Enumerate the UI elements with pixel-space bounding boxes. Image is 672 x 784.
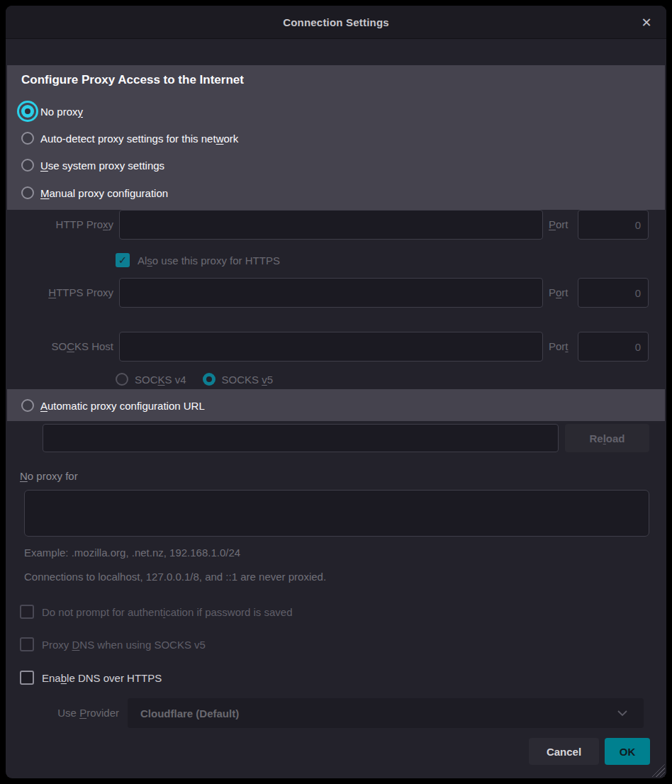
radio-row-manual-proxy[interactable]: Manual proxy configuration	[21, 184, 168, 201]
label-accesskey: x	[103, 218, 108, 230]
radio-autodetect[interactable]	[21, 132, 34, 145]
ok-button[interactable]: OK	[605, 738, 650, 765]
label-post: o proxy for	[28, 470, 78, 482]
http-proxy-label: HTTP Proxy	[20, 210, 113, 240]
label-post: ort	[556, 218, 569, 230]
also-https-label: Also use this proxy for HTTPS	[138, 254, 280, 267]
label-post: y	[108, 218, 114, 230]
label-accesskey: P	[549, 218, 556, 230]
label-accesskey: A	[40, 400, 47, 412]
option-row-proxy-dns[interactable]: Proxy DNS when using SOCKS v5	[20, 637, 206, 652]
socks-host-row: SOCKS Host Port	[6, 332, 666, 362]
label-pre: Ena	[42, 672, 61, 684]
no-proxy-example-text: Example: .mozilla.org, .net.nz, 192.168.…	[24, 547, 240, 559]
cancel-button[interactable]: Cancel	[529, 738, 599, 765]
label-accesskey: s	[147, 254, 152, 267]
label-post: ork	[223, 133, 238, 145]
label-accesskey: y	[78, 106, 84, 118]
label-accesskey: H	[48, 286, 56, 298]
label-pre: No prox	[40, 106, 78, 118]
dialog-title: Connection Settings	[283, 16, 389, 28]
enable-doh-checkbox[interactable]	[20, 671, 34, 685]
label-accesskey: M	[40, 187, 50, 199]
radio-manual-proxy[interactable]	[21, 186, 34, 199]
no-prompt-auth-checkbox[interactable]	[20, 605, 34, 619]
proxy-dns-checkbox[interactable]	[20, 637, 34, 651]
label-post: le DNS over HTTPS	[67, 672, 162, 684]
https-proxy-row: HTTPS Proxy Port	[6, 278, 666, 308]
socks-host-input[interactable]	[119, 332, 543, 362]
no-prompt-auth-label: Do not prompt for authentication if pass…	[42, 606, 293, 618]
chevron-down-icon	[617, 710, 628, 717]
no-proxy-for-label: No proxy for	[20, 470, 78, 482]
radio-label-no-proxy: No proxy	[40, 106, 83, 118]
autoproxy-url-label: Automatic proxy configuration URL	[40, 400, 205, 412]
socks-version-row: SOCKS v4 SOCKS v5	[116, 371, 273, 387]
label-accesskey: b	[61, 672, 67, 684]
radio-socks-v5[interactable]	[203, 373, 215, 386]
radio-label-manual-proxy: Manual proxy configuration	[40, 187, 168, 199]
label-post: NS when using SOCKS v5	[79, 639, 206, 651]
label-accesskey: D	[72, 639, 80, 651]
label-accesskey: t	[565, 340, 568, 352]
option-row-enable-doh[interactable]: Enable DNS over HTTPS	[20, 670, 162, 685]
https-proxy-label: HTTPS Proxy	[20, 278, 113, 308]
http-port-label: Port	[549, 210, 569, 240]
also-https-row[interactable]: ✓ Also use this proxy for HTTPS	[116, 252, 280, 268]
radio-system-proxy[interactable]	[21, 159, 34, 172]
radio-row-no-proxy[interactable]: No proxy	[21, 103, 83, 120]
label-post: utomatic proxy configuration URL	[47, 400, 205, 412]
no-proxy-for-textarea[interactable]	[24, 490, 649, 537]
screen: Connection Settings ✕ Configure Proxy Ac…	[0, 0, 672, 784]
http-proxy-input[interactable]	[119, 210, 543, 240]
label-accesskey: C	[67, 340, 74, 352]
enable-doh-label: Enable DNS over HTTPS	[42, 672, 162, 684]
label-accesskey: w	[216, 133, 224, 145]
radio-row-autoproxy-url[interactable]: Automatic proxy configuration URL	[21, 397, 205, 414]
provider-dropdown[interactable]: Cloudflare (Default)	[128, 698, 644, 728]
use-provider-label: Use Provider	[39, 698, 119, 728]
label-pre: Proxy	[42, 639, 72, 651]
label-pre: SOCKS	[222, 374, 262, 386]
label-accesskey: P	[79, 707, 86, 719]
label-accesskey: N	[20, 470, 28, 482]
label-pre: Auto-detect proxy settings for this net	[40, 133, 216, 145]
radio-no-proxy[interactable]	[21, 105, 34, 118]
radio-row-autodetect[interactable]: Auto-detect proxy settings for this netw…	[21, 130, 238, 147]
http-port-input[interactable]	[578, 210, 649, 240]
label-pre: SOC	[135, 374, 158, 386]
provider-selected-option: Cloudflare (Default)	[140, 707, 239, 719]
label-pre: SO	[51, 340, 67, 352]
autoproxy-url-input[interactable]	[43, 424, 559, 452]
https-port-input[interactable]	[578, 278, 649, 308]
radio-socks-v4[interactable]	[116, 373, 128, 386]
label-pre: Use	[57, 707, 79, 719]
label-pre: Al	[138, 254, 147, 267]
section-heading: Configure Proxy Access to the Internet	[21, 73, 244, 87]
reload-button[interactable]: Reload	[565, 424, 649, 452]
label-accesskey: U	[40, 159, 48, 172]
label-accesskey: v	[262, 374, 267, 386]
radio-autoproxy-url[interactable]	[21, 399, 34, 412]
also-https-checkbox[interactable]: ✓	[116, 253, 130, 267]
socks-host-label: SOCKS Host	[20, 332, 113, 362]
resize-grip-icon[interactable]	[649, 764, 665, 777]
label-post: anual proxy configuration	[50, 187, 169, 199]
label-post: S v4	[165, 374, 186, 386]
label-post: rt	[561, 286, 568, 298]
autoproxy-section[interactable]: Automatic proxy configuration URL	[7, 389, 665, 421]
close-icon[interactable]: ✕	[638, 14, 655, 31]
label-post: 5	[267, 374, 273, 386]
https-port-label: Port	[549, 278, 569, 308]
socks-v5-label: SOCKS v5	[222, 374, 274, 386]
label-pre: P	[549, 286, 556, 298]
label-post: rovider	[86, 707, 119, 719]
radio-row-system-proxy[interactable]: Use system proxy settings	[21, 157, 164, 174]
label-post: oad	[606, 432, 625, 444]
no-proxy-note-text: Connections to localhost, 127.0.0.1/8, a…	[24, 571, 326, 583]
socks-port-input[interactable]	[578, 332, 649, 362]
option-row-no-prompt-auth[interactable]: Do not prompt for authentication if pass…	[20, 604, 293, 620]
checkmark-icon: ✓	[118, 254, 128, 267]
https-proxy-input[interactable]	[119, 278, 543, 308]
http-proxy-row: HTTP Proxy Port	[6, 210, 666, 240]
